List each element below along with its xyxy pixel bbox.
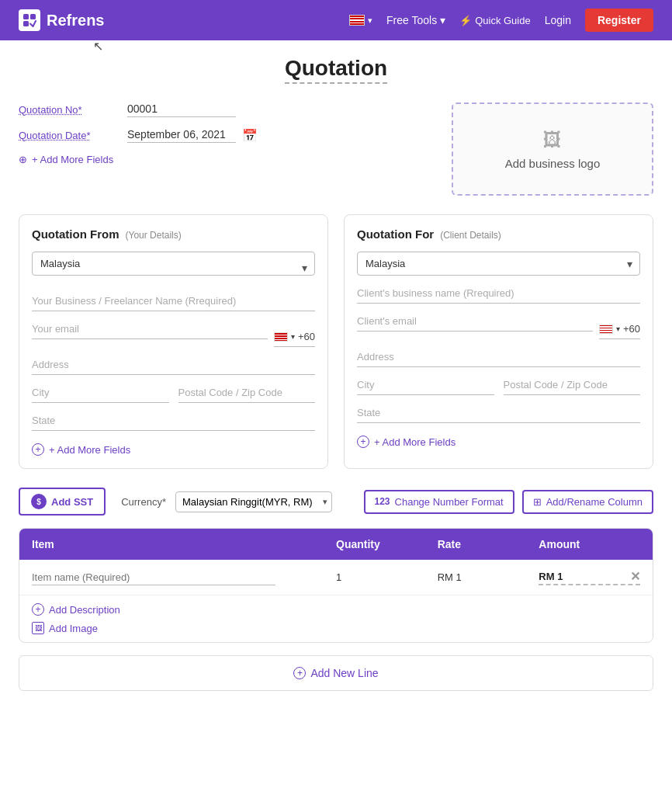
navbar: Refrens ▾ Free Tools ▾ ⚡ Quick Guide Log… <box>0 0 672 40</box>
quotation-no-label: Quotation No* <box>19 104 120 116</box>
currency-wrapper: Malaysian Ringgit(MYR, RM) <box>175 491 332 512</box>
for-address-input[interactable] <box>357 347 640 367</box>
header-rate: Rate <box>438 538 539 550</box>
header-quantity: Quantity <box>336 538 438 550</box>
from-country-wrapper: Malaysia <box>32 252 315 283</box>
item-amount: RM 1 ✕ <box>539 569 640 585</box>
quotation-date-field: September 06, 2021 📅 <box>127 128 258 143</box>
plus-circle-icon: + <box>32 443 44 456</box>
from-business-name-input[interactable] <box>32 291 315 311</box>
format-label: Change Number Format <box>395 496 504 508</box>
cursor-indicator: ↖ <box>93 39 103 54</box>
for-add-more-button[interactable]: + + Add More Fields <box>357 436 640 448</box>
navbar-nav: ▾ Free Tools ▾ ⚡ Quick Guide Login Regis… <box>349 9 653 32</box>
calendar-icon[interactable]: 📅 <box>242 128 258 143</box>
my-flag-icon-for <box>599 325 613 334</box>
quotation-no-value[interactable]: 00001 <box>127 102 236 117</box>
brand-name: Refrens <box>47 12 104 30</box>
login-button[interactable]: Login <box>545 14 571 26</box>
add-rename-column-button[interactable]: ⊞ Add/Rename Column <box>522 490 653 514</box>
row-actions: + Add Description 🖼 Add Image <box>19 595 653 642</box>
table-header: Item Quantity Rate Amount <box>19 529 653 560</box>
header-item: Item <box>32 538 336 550</box>
for-email-input[interactable] <box>357 311 593 332</box>
for-business-name-input[interactable] <box>357 283 640 304</box>
chevron-down-icon: ▾ <box>440 14 445 26</box>
from-contact-row: ▾ +60 <box>32 319 315 347</box>
add-new-line-button[interactable]: + Add New Line <box>19 655 653 691</box>
for-city-input[interactable] <box>357 375 494 395</box>
free-tools-menu[interactable]: Free Tools ▾ <box>386 14 445 26</box>
for-phone-flag[interactable]: ▾ +60 <box>599 319 640 339</box>
for-add-more-label: + Add More Fields <box>374 436 456 448</box>
column-icon: ⊞ <box>533 496 542 508</box>
flag-selector[interactable]: ▾ <box>349 15 372 26</box>
from-add-more-label: + Add More Fields <box>49 444 130 456</box>
svg-rect-0 <box>23 14 29 19</box>
brand-logo[interactable]: Refrens <box>19 9 104 31</box>
item-rate[interactable]: RM 1 <box>438 571 539 583</box>
from-state-input[interactable] <box>32 411 315 431</box>
from-email-input[interactable] <box>32 319 268 339</box>
image-icon: 🖼 <box>543 129 562 151</box>
add-new-line-label: Add New Line <box>310 667 378 679</box>
add-logo-button[interactable]: 🖼 Add business logo <box>452 102 653 196</box>
add-desc-label: Add Description <box>49 604 120 616</box>
for-phone-code: +60 <box>623 323 640 335</box>
add-image-button[interactable]: 🖼 Add Image <box>32 622 640 634</box>
quotation-no-row: Quotation No* 00001 <box>19 102 436 117</box>
remove-row-button[interactable]: ✕ <box>630 569 640 584</box>
meta-right: 🖼 Add business logo <box>452 102 653 196</box>
items-toolbar: $ Add SST Currency* Malaysian Ringgit(MY… <box>19 488 653 516</box>
quotation-from-card: Quotation From (Your Details) Malaysia ▾… <box>19 214 328 469</box>
for-country-wrapper: Malaysia <box>357 252 640 276</box>
quotation-for-header: Quotation For (Client Details) <box>357 227 640 241</box>
page-title-section: Quotation <box>19 56 653 84</box>
plus-desc-icon: + <box>32 603 44 616</box>
quotation-date-value[interactable]: September 06, 2021 <box>127 128 236 143</box>
currency-label: Currency* <box>121 496 166 508</box>
number-format-icon: 123 <box>375 496 390 507</box>
meta-section: Quotation No* 00001 Quotation Date* Sept… <box>19 102 653 196</box>
from-city-input[interactable] <box>32 383 169 403</box>
lightning-icon: ⚡ <box>459 15 472 26</box>
item-qty[interactable]: 1 <box>336 571 438 583</box>
add-more-label: + Add More Fields <box>32 154 113 165</box>
from-phone-flag[interactable]: ▾ +60 <box>274 327 315 347</box>
from-phone-code: +60 <box>298 331 315 342</box>
meta-left: Quotation No* 00001 Quotation Date* Sept… <box>19 102 436 196</box>
item-name-input[interactable] <box>32 570 275 585</box>
item-amount-value: RM 1 <box>539 571 563 582</box>
currency-select[interactable]: Malaysian Ringgit(MYR, RM) <box>175 491 332 512</box>
change-number-format-button[interactable]: 123 Change Number Format <box>364 490 514 514</box>
add-more-meta-button[interactable]: ⊕ + Add More Fields <box>19 154 436 165</box>
add-description-button[interactable]: + Add Description <box>32 603 640 616</box>
page-title[interactable]: Quotation <box>285 56 387 84</box>
my-flag-icon <box>349 15 365 26</box>
quotation-date-row: Quotation Date* September 06, 2021 📅 <box>19 128 436 143</box>
for-postal-input[interactable] <box>504 375 641 395</box>
flag-dropdown-icon-for: ▾ <box>616 325 620 333</box>
sections-row: Quotation From (Your Details) Malaysia ▾… <box>19 214 653 469</box>
for-state-input[interactable] <box>357 403 640 423</box>
from-city-postal-row <box>32 383 315 411</box>
add-sst-label: Add SST <box>51 496 93 508</box>
sst-icon: $ <box>31 494 47 509</box>
quotation-date-label: Quotation Date* <box>19 130 120 141</box>
from-address-input[interactable] <box>32 355 315 375</box>
from-add-more-button[interactable]: + + Add More Fields <box>32 443 315 456</box>
my-flag-icon <box>274 332 288 342</box>
add-sst-button[interactable]: $ Add SST <box>19 488 106 516</box>
for-country-select[interactable]: Malaysia <box>357 252 640 276</box>
from-postal-input[interactable] <box>178 383 316 403</box>
quick-guide-button[interactable]: ⚡ Quick Guide <box>459 15 531 26</box>
register-button[interactable]: Register <box>585 9 653 32</box>
table-row: 1 RM 1 RM 1 ✕ <box>19 560 653 595</box>
quotation-from-title: Quotation From <box>32 227 120 241</box>
from-country-select[interactable]: Malaysia <box>32 252 315 276</box>
for-contact-row: ▾ +60 <box>357 311 640 339</box>
quotation-from-header: Quotation From (Your Details) <box>32 227 315 241</box>
svg-rect-2 <box>23 21 29 26</box>
add-img-label: Add Image <box>49 623 98 634</box>
for-city-postal-row <box>357 375 640 403</box>
